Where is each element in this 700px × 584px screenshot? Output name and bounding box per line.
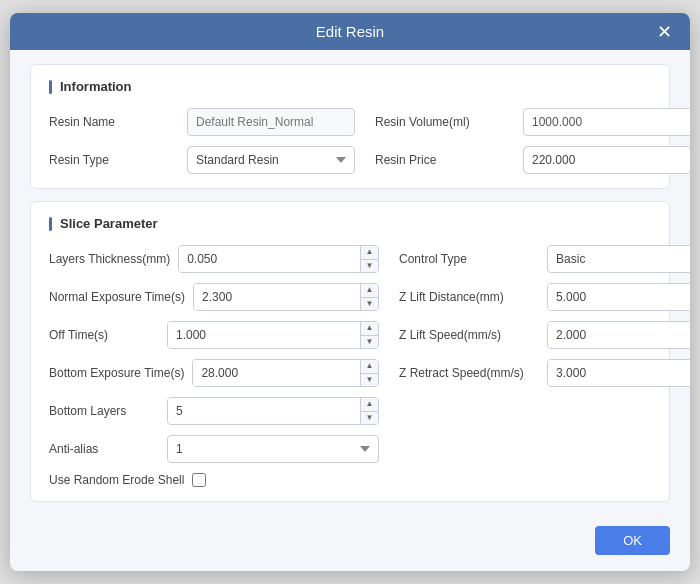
- layers-thickness-up[interactable]: ▲: [361, 246, 378, 260]
- resin-type-label: Resin Type: [49, 153, 179, 167]
- z-retract-speed-spinner: ▲ ▼: [547, 359, 690, 387]
- normal-exposure-down[interactable]: ▼: [361, 298, 378, 311]
- edit-resin-dialog: Edit Resin ✕ Information Resin Name Resi…: [10, 13, 690, 571]
- dialog-header: Edit Resin ✕: [10, 13, 690, 50]
- resin-volume-input[interactable]: [523, 108, 690, 136]
- dialog-title: Edit Resin: [316, 23, 384, 40]
- use-random-checkbox[interactable]: [192, 473, 206, 487]
- anti-alias-select[interactable]: 1 2 4 8: [167, 435, 379, 463]
- off-time-spinner: ▲ ▼: [167, 321, 379, 349]
- price-wrap: $ € £ ¥: [523, 146, 690, 174]
- placeholder-row: [399, 397, 690, 425]
- resin-price-label: Resin Price: [375, 153, 515, 167]
- z-lift-speed-input[interactable]: [548, 322, 690, 348]
- bottom-exposure-buttons: ▲ ▼: [360, 360, 378, 386]
- bottom-exposure-input[interactable]: [193, 360, 360, 386]
- normal-exposure-spinner: ▲ ▼: [193, 283, 379, 311]
- normal-exposure-up[interactable]: ▲: [361, 284, 378, 298]
- layers-thickness-row: Layers Thickness(mm) ▲ ▼: [49, 245, 379, 273]
- resin-volume-row: Resin Volume(ml): [375, 108, 690, 136]
- bottom-exposure-row: Bottom Exposure Time(s) ▲ ▼: [49, 359, 379, 387]
- ok-button[interactable]: OK: [595, 526, 670, 555]
- slice-section: Slice Parameter Layers Thickness(mm) ▲ ▼: [30, 201, 670, 502]
- bottom-exposure-spinner: ▲ ▼: [192, 359, 379, 387]
- off-time-label: Off Time(s): [49, 328, 159, 342]
- bottom-layers-input[interactable]: [168, 398, 360, 424]
- bottom-layers-up[interactable]: ▲: [361, 398, 378, 412]
- z-retract-speed-input[interactable]: [548, 360, 690, 386]
- off-time-down[interactable]: ▼: [361, 336, 378, 349]
- resin-type-row: Resin Type Standard Resin ABS-Like Resin…: [49, 146, 355, 174]
- anti-alias-row: Anti-alias 1 2 4 8: [49, 435, 379, 463]
- normal-exposure-input[interactable]: [194, 284, 360, 310]
- information-form: Resin Name Resin Volume(ml) Resin Type S…: [49, 108, 651, 174]
- layers-thickness-buttons: ▲ ▼: [360, 246, 378, 272]
- resin-price-input[interactable]: [523, 146, 690, 174]
- normal-exposure-row: Normal Exposure Time(s) ▲ ▼: [49, 283, 379, 311]
- off-time-input[interactable]: [168, 322, 360, 348]
- z-retract-speed-row: Z Retract Speed(mm/s) ▲ ▼: [399, 359, 690, 387]
- close-button[interactable]: ✕: [651, 21, 678, 43]
- layers-thickness-spinner: ▲ ▼: [178, 245, 379, 273]
- bottom-layers-spinner: ▲ ▼: [167, 397, 379, 425]
- control-type-row: Control Type Basic Advanced: [399, 245, 690, 273]
- normal-exposure-label: Normal Exposure Time(s): [49, 290, 185, 304]
- bottom-layers-buttons: ▲ ▼: [360, 398, 378, 424]
- dialog-body: Information Resin Name Resin Volume(ml) …: [10, 50, 690, 518]
- z-lift-speed-row: Z Lift Speed(mm/s) ▲ ▼: [399, 321, 690, 349]
- bottom-exposure-up[interactable]: ▲: [361, 360, 378, 374]
- bottom-exposure-down[interactable]: ▼: [361, 374, 378, 387]
- anti-alias-label: Anti-alias: [49, 442, 159, 456]
- normal-exposure-buttons: ▲ ▼: [360, 284, 378, 310]
- z-lift-distance-label: Z Lift Distance(mm): [399, 290, 539, 304]
- slice-section-title: Slice Parameter: [49, 216, 651, 231]
- layers-thickness-label: Layers Thickness(mm): [49, 252, 170, 266]
- z-lift-distance-input[interactable]: [548, 284, 690, 310]
- layers-thickness-input[interactable]: [179, 246, 360, 272]
- layers-thickness-down[interactable]: ▼: [361, 260, 378, 273]
- resin-type-select[interactable]: Standard Resin ABS-Like Resin Tough Resi…: [187, 146, 355, 174]
- z-lift-distance-spinner: ▲ ▼: [547, 283, 690, 311]
- off-time-buttons: ▲ ▼: [360, 322, 378, 348]
- bottom-layers-label: Bottom Layers: [49, 404, 159, 418]
- resin-price-row: Resin Price $ € £ ¥: [375, 146, 690, 174]
- z-lift-speed-label: Z Lift Speed(mm/s): [399, 328, 539, 342]
- resin-name-input[interactable]: [187, 108, 355, 136]
- z-lift-distance-row: Z Lift Distance(mm) ▲ ▼: [399, 283, 690, 311]
- bottom-layers-down[interactable]: ▼: [361, 412, 378, 425]
- control-type-label: Control Type: [399, 252, 539, 266]
- z-retract-speed-label: Z Retract Speed(mm/s): [399, 366, 539, 380]
- use-random-row: Use Random Erode Shell: [49, 473, 379, 487]
- dialog-footer: OK: [10, 518, 690, 571]
- resin-volume-label: Resin Volume(ml): [375, 115, 515, 129]
- information-section: Information Resin Name Resin Volume(ml) …: [30, 64, 670, 189]
- control-type-select[interactable]: Basic Advanced: [547, 245, 690, 273]
- resin-name-label: Resin Name: [49, 115, 179, 129]
- resin-name-row: Resin Name: [49, 108, 355, 136]
- bottom-layers-row: Bottom Layers ▲ ▼: [49, 397, 379, 425]
- off-time-up[interactable]: ▲: [361, 322, 378, 336]
- z-lift-speed-spinner: ▲ ▼: [547, 321, 690, 349]
- information-section-title: Information: [49, 79, 651, 94]
- use-random-label: Use Random Erode Shell: [49, 473, 184, 487]
- bottom-exposure-label: Bottom Exposure Time(s): [49, 366, 184, 380]
- off-time-row: Off Time(s) ▲ ▼: [49, 321, 379, 349]
- placeholder-row2: [399, 435, 690, 463]
- slice-form: Layers Thickness(mm) ▲ ▼ Control Type Ba…: [49, 245, 651, 487]
